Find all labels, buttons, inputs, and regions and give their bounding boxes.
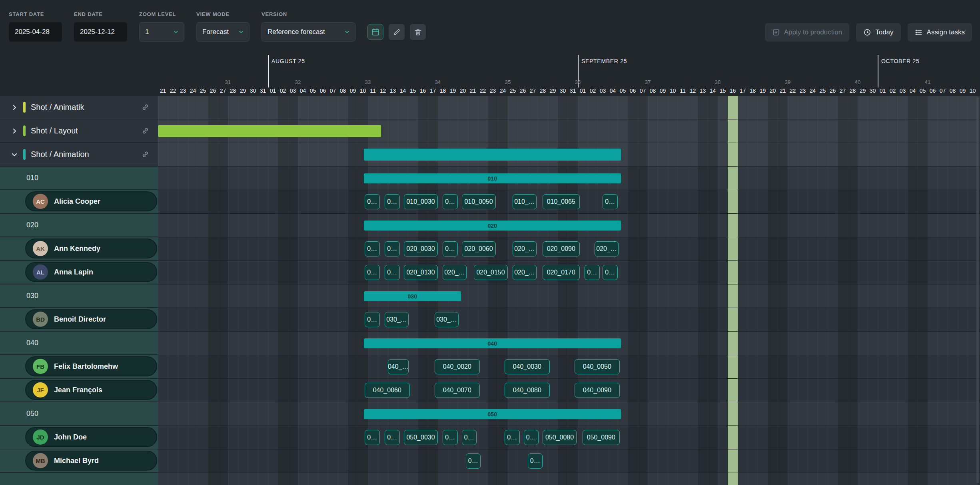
task-chip[interactable]: 0… bbox=[365, 194, 380, 209]
task-chip[interactable]: 0… bbox=[443, 430, 458, 445]
group-summary-bar[interactable]: 010 bbox=[364, 173, 621, 183]
task-chip[interactable]: 050_0090 bbox=[583, 430, 620, 445]
task-chip[interactable]: 020_0090 bbox=[543, 241, 580, 256]
task-chip[interactable]: 020_… bbox=[595, 241, 619, 256]
task-chip[interactable]: 010_0030 bbox=[404, 194, 438, 209]
task-chip[interactable]: 010_… bbox=[513, 194, 537, 209]
task-chip[interactable]: 040_0050 bbox=[575, 359, 620, 374]
sidebar-group-050[interactable]: 050 bbox=[0, 402, 158, 426]
person-card[interactable]: MBMichael Byrd bbox=[25, 451, 157, 471]
weekend-shade bbox=[628, 332, 648, 355]
task-chip[interactable]: 020_0130 bbox=[404, 265, 438, 280]
task-chip[interactable]: 0… bbox=[443, 194, 458, 209]
today-button[interactable]: Today bbox=[856, 23, 900, 42]
task-chip[interactable]: 0… bbox=[443, 241, 458, 256]
person-row-benoit-director: BDBenoit Director bbox=[0, 308, 158, 332]
task-chip[interactable]: 020_… bbox=[443, 265, 467, 280]
chevron-down-icon bbox=[11, 151, 18, 158]
group-summary-bar[interactable]: 020 bbox=[364, 221, 621, 231]
category-summary-bar[interactable] bbox=[158, 125, 381, 137]
person-card[interactable]: JDJohn Doe bbox=[25, 427, 157, 447]
apply-to-production-button[interactable]: Apply to production bbox=[765, 23, 850, 42]
task-chip[interactable]: 0… bbox=[385, 430, 400, 445]
day-label: 31 bbox=[570, 87, 576, 94]
person-card[interactable]: ALAnna Lapin bbox=[25, 262, 157, 282]
vertical-scrollbar[interactable] bbox=[976, 97, 979, 483]
sidebar-group-020[interactable]: 020 bbox=[0, 214, 158, 237]
today-column bbox=[728, 426, 738, 449]
person-card[interactable]: AKAnn Kennedy bbox=[25, 239, 157, 258]
weekend-shade bbox=[208, 355, 228, 378]
zoom-level-select[interactable]: 1 bbox=[139, 22, 184, 42]
task-chip[interactable]: 0… bbox=[365, 241, 380, 256]
sidebar-group-030[interactable]: 030 bbox=[0, 284, 158, 308]
sidebar-group-next[interactable] bbox=[0, 473, 158, 485]
task-chip[interactable]: 0… bbox=[505, 430, 520, 445]
expand-chevron-icon[interactable] bbox=[10, 104, 18, 111]
task-chip[interactable]: 0… bbox=[365, 430, 380, 445]
link-button[interactable] bbox=[142, 127, 149, 135]
today-column bbox=[728, 402, 738, 425]
task-chip[interactable]: 0… bbox=[466, 453, 481, 469]
sidebar-group-040[interactable]: 040 bbox=[0, 332, 158, 355]
task-chip[interactable]: 040_… bbox=[388, 359, 409, 374]
task-chip[interactable]: 050_0080 bbox=[543, 430, 577, 445]
assign-tasks-button[interactable]: Assign tasks bbox=[908, 23, 972, 42]
link-button[interactable] bbox=[142, 103, 149, 111]
task-chip[interactable]: 020_0060 bbox=[462, 241, 496, 256]
task-chip[interactable]: 0… bbox=[385, 194, 400, 209]
task-chip[interactable]: 0… bbox=[528, 453, 543, 469]
start-date-input[interactable] bbox=[9, 22, 62, 42]
version-select[interactable]: Reference forecast bbox=[261, 22, 355, 42]
end-date-input[interactable] bbox=[74, 22, 127, 42]
task-chip[interactable]: 0… bbox=[462, 430, 477, 445]
category-summary-bar[interactable] bbox=[364, 149, 621, 161]
group-summary-bar[interactable]: 040 bbox=[364, 338, 621, 348]
weekend-shade bbox=[698, 426, 718, 449]
expand-chevron-icon[interactable] bbox=[10, 127, 18, 135]
task-chip[interactable]: 040_0060 bbox=[365, 383, 410, 398]
task-chip[interactable]: 0… bbox=[365, 265, 380, 280]
view-mode-select[interactable]: Forecast bbox=[196, 22, 249, 42]
group-summary-bar[interactable]: 030 bbox=[364, 291, 461, 301]
task-chip[interactable]: 030_… bbox=[385, 312, 409, 327]
task-chip[interactable]: 040_0020 bbox=[435, 359, 480, 374]
collapse-chevron-icon[interactable] bbox=[10, 151, 18, 158]
calendar-button[interactable] bbox=[367, 24, 383, 40]
day-label: 23 bbox=[800, 87, 806, 94]
task-chip[interactable]: 0… bbox=[603, 194, 618, 209]
task-chip[interactable]: 010_0065 bbox=[543, 194, 580, 209]
link-button[interactable] bbox=[142, 151, 149, 158]
sidebar-group-010[interactable]: 010 bbox=[0, 167, 158, 190]
task-chip[interactable]: 040_0030 bbox=[505, 359, 550, 374]
task-chip[interactable]: 020_… bbox=[513, 265, 537, 280]
task-chip[interactable]: 020_0150 bbox=[474, 265, 508, 280]
edit-button[interactable] bbox=[389, 24, 405, 40]
task-chip[interactable]: 040_0080 bbox=[505, 383, 550, 398]
task-chip[interactable]: 040_0070 bbox=[435, 383, 480, 398]
task-chip[interactable]: 020_0170 bbox=[543, 265, 580, 280]
sidebar-category-shot-animation[interactable]: Shot / Animation bbox=[0, 143, 158, 167]
task-chip[interactable]: 030_… bbox=[435, 312, 459, 327]
person-card[interactable]: ACAlicia Cooper bbox=[25, 191, 157, 211]
delete-button[interactable] bbox=[410, 24, 426, 40]
person-card[interactable]: BDBenoit Director bbox=[25, 309, 157, 329]
task-chip[interactable]: 020_0030 bbox=[404, 241, 438, 256]
task-chip[interactable]: 0… bbox=[603, 265, 618, 280]
sidebar-category-shot-animatik[interactable]: Shot / Animatik bbox=[0, 96, 158, 119]
task-chip[interactable]: 010_0050 bbox=[462, 194, 496, 209]
task-chip[interactable]: 0… bbox=[585, 265, 600, 280]
person-card[interactable]: FBFelix Bartolomehw bbox=[25, 356, 157, 376]
person-card[interactable]: JFJean François bbox=[25, 380, 157, 400]
task-chip[interactable]: 020_… bbox=[513, 241, 537, 256]
group-summary-bar[interactable]: 050 bbox=[364, 409, 621, 419]
task-chip[interactable]: 040_0090 bbox=[575, 383, 620, 398]
sidebar-category-shot-layout[interactable]: Shot / Layout bbox=[0, 119, 158, 143]
task-chip-label: 0… bbox=[387, 245, 397, 252]
task-chip[interactable]: 0… bbox=[524, 430, 539, 445]
task-chip[interactable]: 0… bbox=[385, 241, 400, 256]
task-chip[interactable]: 0… bbox=[385, 265, 400, 280]
link-icon bbox=[142, 127, 149, 135]
task-chip[interactable]: 0… bbox=[365, 312, 380, 327]
task-chip[interactable]: 050_0030 bbox=[404, 430, 438, 445]
